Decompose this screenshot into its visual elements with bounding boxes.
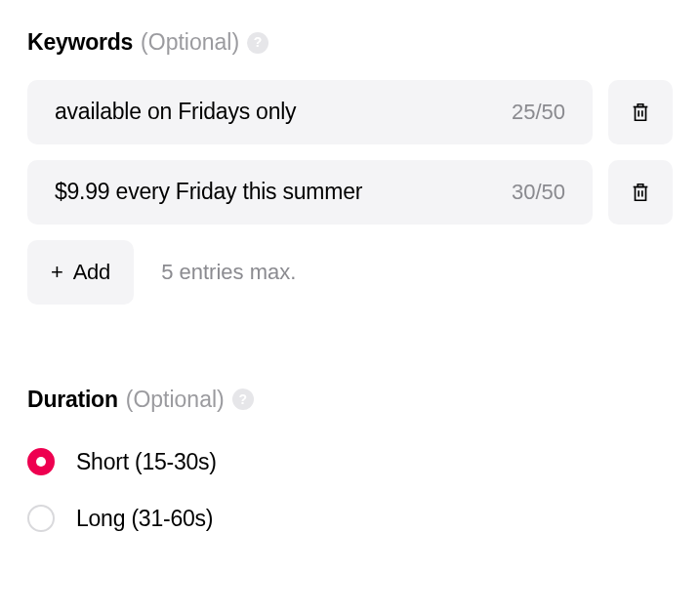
duration-radio-group: Short (15-30s) Long (31-60s) [27,448,673,532]
add-button-label: Add [73,260,111,285]
keyword-row: available on Fridays only 25/50 [27,80,673,144]
keyword-text: $9.99 every Friday this summer [55,179,362,205]
trash-icon [630,102,651,123]
keywords-title: Keywords [27,29,133,57]
keywords-optional-label: (Optional) [141,29,239,57]
help-icon[interactable]: ? [247,32,268,54]
add-row: + Add 5 entries max. [27,240,673,305]
keywords-heading: Keywords (Optional) ? [27,29,673,57]
duration-option-short[interactable]: Short (15-30s) [27,448,673,475]
entries-max-note: 5 entries max. [161,260,296,285]
keyword-row: $9.99 every Friday this summer 30/50 [27,160,673,225]
delete-keyword-button[interactable] [608,160,673,225]
duration-optional-label: (Optional) [126,387,225,414]
radio-label: Long (31-60s) [76,506,213,532]
keyword-char-count: 25/50 [512,100,565,125]
duration-heading: Duration (Optional) ? [27,387,673,414]
keyword-input[interactable]: available on Fridays only 25/50 [27,80,593,144]
keyword-char-count: 30/50 [512,180,565,205]
trash-icon [630,182,651,203]
radio-label: Short (15-30s) [76,449,217,475]
add-keyword-button[interactable]: + Add [27,240,134,305]
help-icon[interactable]: ? [232,389,254,410]
plus-icon: + [51,262,63,283]
radio-icon [27,505,55,532]
duration-title: Duration [27,387,118,414]
radio-icon [27,448,55,475]
delete-keyword-button[interactable] [608,80,673,144]
keyword-text: available on Fridays only [55,99,296,125]
keyword-input[interactable]: $9.99 every Friday this summer 30/50 [27,160,593,225]
duration-option-long[interactable]: Long (31-60s) [27,505,673,532]
